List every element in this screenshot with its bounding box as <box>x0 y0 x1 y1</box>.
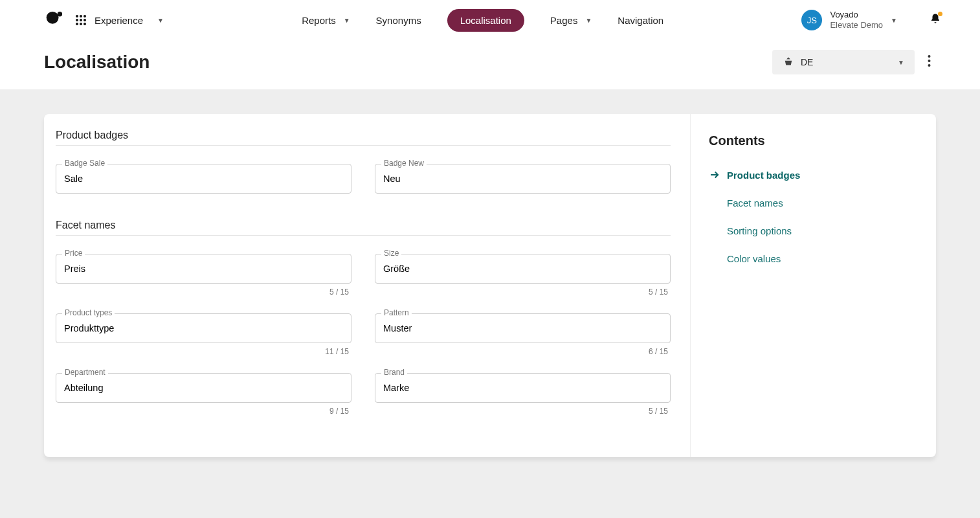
facet-price-input[interactable] <box>56 254 351 284</box>
apps-icon[interactable] <box>75 14 87 26</box>
field-label: Price <box>62 249 85 258</box>
basket-icon <box>783 56 794 68</box>
toc-sorting-options[interactable]: → Sorting options <box>709 225 918 236</box>
nav-reports[interactable]: Reports ▼ <box>302 10 350 31</box>
field-label: Product types <box>62 308 115 317</box>
main-panel: Product badges Badge Sale Badge New Face… <box>44 114 690 457</box>
arrow-right-icon <box>709 169 720 181</box>
more-menu[interactable] <box>922 49 936 75</box>
svg-point-0 <box>47 12 59 24</box>
facet-product-types-input[interactable] <box>56 313 351 343</box>
svg-point-3 <box>80 15 82 17</box>
svg-point-13 <box>928 64 931 67</box>
char-counter: 5 / 15 <box>375 287 671 297</box>
notification-dot <box>938 12 942 16</box>
facet-size-input[interactable] <box>375 254 671 284</box>
char-counter: 5 / 15 <box>56 287 351 297</box>
svg-point-11 <box>928 55 931 58</box>
char-counter: 5 / 15 <box>375 407 671 416</box>
chevron-down-icon: ▼ <box>585 17 592 24</box>
char-counter: 11 / 15 <box>56 347 351 356</box>
notifications-button[interactable] <box>930 13 941 27</box>
section-title-product-badges: Product badges <box>56 130 671 141</box>
field-label: Brand <box>381 368 407 377</box>
toc-color-values[interactable]: → Color values <box>709 253 918 264</box>
avatar: JS <box>801 10 822 30</box>
svg-point-5 <box>76 19 78 21</box>
field-label: Department <box>62 368 108 377</box>
svg-point-7 <box>84 19 86 21</box>
svg-point-2 <box>76 15 78 17</box>
section-title-facet-names: Facet names <box>56 220 671 231</box>
experience-label: Experience <box>95 15 143 26</box>
facet-brand-input[interactable] <box>375 373 671 403</box>
nav-localisation[interactable]: Localisation <box>447 9 524 32</box>
char-counter: 6 / 15 <box>375 347 671 356</box>
experience-menu[interactable]: Experience ▼ <box>95 15 164 26</box>
chevron-down-icon: ▼ <box>344 17 350 24</box>
toc-product-badges[interactable]: Product badges <box>709 169 918 181</box>
svg-point-10 <box>84 23 86 25</box>
svg-point-4 <box>84 15 86 17</box>
account-sub: Elevate Demo <box>830 20 883 30</box>
field-label: Size <box>381 249 401 258</box>
facet-department-input[interactable] <box>56 373 351 403</box>
badge-new-input[interactable] <box>375 164 671 194</box>
account-title: Voyado <box>830 10 883 20</box>
facet-pattern-input[interactable] <box>375 313 671 343</box>
field-label: Pattern <box>381 308 412 317</box>
locale-selector[interactable]: DE ▼ <box>772 50 915 74</box>
nav-pages[interactable]: Pages ▼ <box>550 10 592 31</box>
nav-synonyms[interactable]: Synonyms <box>376 10 421 31</box>
char-counter: 9 / 15 <box>56 407 351 416</box>
nav-navigation[interactable]: Navigation <box>618 10 663 31</box>
svg-point-12 <box>928 60 931 62</box>
field-label: Badge New <box>381 159 427 168</box>
chevron-down-icon: ▼ <box>898 59 904 66</box>
account-menu[interactable]: JS Voyado Elevate Demo ▼ <box>801 10 941 30</box>
logo[interactable] <box>44 10 63 30</box>
svg-point-8 <box>76 23 78 25</box>
contents-title: Contents <box>709 133 918 148</box>
contents-sidebar: Contents Product badges → Facet names → … <box>690 114 936 457</box>
toc-facet-names[interactable]: → Facet names <box>709 197 918 208</box>
field-label: Badge Sale <box>62 159 107 168</box>
chevron-down-icon: ▼ <box>157 17 164 24</box>
locale-value: DE <box>801 57 813 67</box>
svg-point-1 <box>58 12 63 17</box>
svg-point-9 <box>80 23 82 25</box>
page-title: Localisation <box>44 52 150 73</box>
badge-sale-input[interactable] <box>56 164 351 194</box>
chevron-down-icon: ▼ <box>891 17 897 24</box>
svg-point-6 <box>80 19 82 21</box>
